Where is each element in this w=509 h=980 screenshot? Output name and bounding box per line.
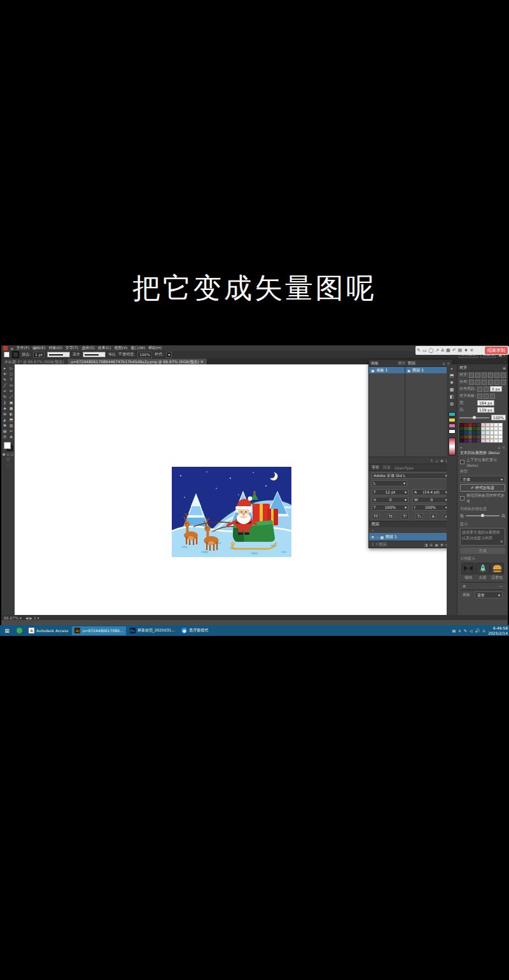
align-button[interactable] [501,373,506,378]
align-button[interactable] [482,373,487,378]
lasso-tool-icon[interactable]: ○ [8,371,14,376]
width-field[interactable]: 184 px [477,400,494,406]
taskbar-item-ai[interactable]: Aiu=9724480617089... [72,626,125,635]
screen-mode-icon[interactable]: ▢ [6,457,10,461]
chevron-right-icon[interactable]: › [377,535,378,539]
toggle[interactable] [460,460,464,464]
zoom-tool-icon[interactable]: ⊕ [8,434,14,439]
mini-swatch-3[interactable] [449,429,456,434]
align-button[interactable] [501,380,506,385]
generate-button[interactable]: 生成 [460,548,505,554]
character-field-2[interactable]: V0▾ [372,497,408,503]
spacing-field[interactable]: 0 px [490,386,502,392]
align-button[interactable] [477,387,482,392]
close-tab-icon[interactable]: ✕ [200,359,204,364]
fill-color-swatch[interactable] [4,352,10,357]
rectangle-icon[interactable]: ▭ [422,349,427,353]
stop-recording-button[interactable]: 结束录制 [485,347,508,354]
fill-stroke-control[interactable] [4,442,13,451]
artboard-tool-icon[interactable]: ▤ [2,429,8,434]
sample-prompt-0[interactable]: 领结 [461,563,475,581]
swatch-4-9[interactable] [498,439,503,443]
perspective-grid-tool-icon[interactable]: ▦ [8,406,14,411]
opacity-field[interactable]: 100% [137,352,152,358]
swatch-4-4[interactable] [477,439,481,443]
character-field-5[interactable]: I100%▾ [412,504,449,511]
dock-panel-icon-0[interactable]: ⬒ [450,373,454,378]
format-button-4[interactable]: A [430,513,436,520]
sample-prompt-2[interactable]: 汉堡包 [490,563,504,581]
gradient-tool-icon[interactable]: ◐ [8,411,14,417]
tray-icon-3[interactable]: ◁ [470,628,473,633]
pencil-tool-icon[interactable]: ✏ [8,389,14,394]
mini-swatch-0[interactable] [449,412,456,417]
font-family-dropdown[interactable]: Adobe 宋体 Std L▾ [372,473,449,479]
tab-artboards[interactable]: 画板 [371,361,379,366]
prompt-textarea[interactable]: 描述要生成的矢量图形以及其他提示内容 ✧ [460,528,505,546]
taskbar-item-ps[interactable]: Ps屏幕使用_2025031... [127,626,178,635]
free-transform-tool-icon[interactable]: ▣ [8,400,14,405]
tray-icon-2[interactable]: ✎ [464,628,467,633]
tray-icon-4[interactable]: 🔊 [475,628,480,633]
toolbar-ellipsis-icon[interactable]: … [6,462,10,466]
align-button[interactable] [494,380,499,385]
pen-tool-icon[interactable]: ✎ [2,377,8,382]
width-profile-dropdown[interactable] [83,352,106,357]
menu-item-文字[interactable]: 文字(T) [66,345,78,351]
layers-footer-icon-1[interactable]: ⊕ [429,542,433,547]
format-button-2[interactable]: T¹ [401,513,408,520]
hamburger-icon[interactable] [490,563,504,574]
santa-sleigh-artwork[interactable] [172,467,291,557]
layers-footer-icon-0[interactable]: ◨ [424,542,428,547]
ellipse-icon[interactable]: ◯ [429,349,434,353]
align-button[interactable] [488,380,493,385]
swatch-4-1[interactable] [464,439,468,443]
paintbrush-tool-icon[interactable]: ✑ [2,389,8,394]
mosaic-icon[interactable]: ▦ [446,349,450,353]
swatch-4-5[interactable] [481,439,485,443]
artboard-nav[interactable]: ◀ ▶ 1 ▾ [25,616,39,620]
swatch-4-8[interactable] [494,439,498,443]
dock-panel-icon-2[interactable]: ▦ [450,387,454,392]
fill-swatch[interactable] [4,442,11,449]
width-tool-icon[interactable]: ∥ [2,400,8,405]
align-button[interactable] [494,373,499,378]
shape-builder-tool-icon[interactable]: ◈ [2,406,8,411]
layer-row[interactable]: ◉ 图层 1 1 [405,367,452,373]
footer-dropdown[interactable]: 基本▾ [475,591,503,598]
line-segment-tool-icon[interactable]: ╱ [2,383,8,388]
start-button[interactable]: ⊞ [1,628,13,634]
opacity-slider[interactable] [459,417,489,418]
tab-properties[interactable]: 属性 [398,361,405,366]
hand-tool-icon[interactable]: ☰ [2,434,8,439]
format-button-3[interactable]: T₁ [415,513,423,520]
swatch-4-3[interactable] [472,439,477,443]
symbol-sprayer-tool-icon[interactable]: ✾ [2,423,8,428]
scale-tool-icon[interactable]: ⤢ [8,394,14,399]
undo-icon[interactable]: ↶ [452,349,456,353]
menu-item-帮助[interactable]: 帮助(H) [148,345,162,351]
swatch-4-0[interactable] [459,439,464,443]
home-icon[interactable]: ⌂ [11,346,13,350]
column-graph-tool-icon[interactable]: ▥ [8,423,14,428]
pen-icon[interactable]: ✎ [417,349,421,353]
search-icon[interactable]: ⌕ [372,528,373,533]
close-icon[interactable]: ✕ [470,349,473,353]
layers-panel-header[interactable]: 图层 [369,521,452,527]
menu-item-对象[interactable]: 对象(O) [48,345,62,351]
tray-icon-1[interactable]: ∧ [458,628,461,633]
collapse-icon[interactable]: — [499,584,503,588]
format-button-0[interactable]: TT [372,513,380,520]
swatch-4-6[interactable] [485,439,490,443]
tray-icon-5[interactable]: ⚠ [482,628,485,633]
mini-swatch-1[interactable] [449,418,456,422]
swatch-4-2[interactable] [468,439,473,443]
sample-prompt-1[interactable]: 火箭 [476,563,490,581]
character-field-1[interactable]: A(14.4 pt)▾ [412,489,449,495]
similarity-slider[interactable] [466,515,499,516]
rocket-icon[interactable] [476,563,490,574]
format-button-1[interactable]: Tt [387,513,394,520]
swatch-4-7[interactable] [490,439,494,443]
tab-character[interactable]: 字符 [372,465,379,471]
expand-panels-icon[interactable]: « [450,366,453,371]
